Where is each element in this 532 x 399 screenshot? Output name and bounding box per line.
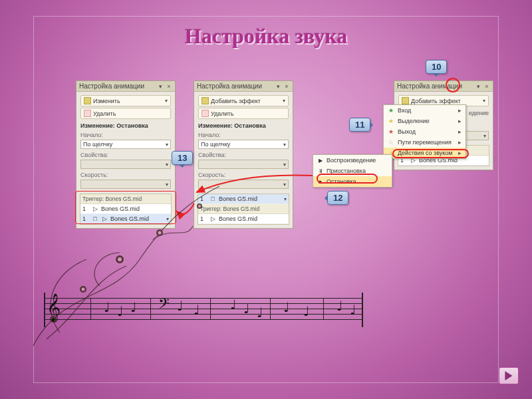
svg-point-0 bbox=[116, 255, 124, 263]
submenu-label: Воспроизведение bbox=[327, 157, 376, 164]
list-item[interactable]: 1 ▷ Bones GS.mid bbox=[198, 214, 289, 224]
note-icon: ♩ bbox=[303, 305, 309, 318]
note-icon: ♩ bbox=[194, 303, 200, 317]
speed-label: Скорость: bbox=[198, 172, 289, 178]
chevron-down-icon: ▾ bbox=[284, 196, 287, 202]
panel-header: Настройка анимации ▾ × bbox=[76, 81, 175, 92]
treble-clef-icon: 𝄞 bbox=[47, 295, 61, 319]
dropdown-icon[interactable]: ▾ bbox=[475, 83, 481, 90]
chevron-down-icon: ▾ bbox=[283, 142, 286, 148]
start-combo[interactable]: По щелчку ▾ bbox=[198, 140, 289, 149]
close-icon[interactable]: × bbox=[483, 83, 490, 90]
change-effect-button[interactable]: Изменить ▾ bbox=[80, 95, 171, 106]
menu-label: Пути перемещения bbox=[398, 139, 452, 146]
add-effect-button[interactable]: Добавить эффект ▾ bbox=[198, 95, 289, 106]
star-icon: ★ bbox=[388, 107, 394, 114]
delete-effect-label: Удалить bbox=[93, 110, 116, 117]
add-effect-label: Добавить эффект bbox=[211, 98, 261, 104]
menu-item-sound-actions[interactable]: ♪ Действия со звуком ▸ bbox=[384, 148, 466, 158]
change-section: Изменение: Остановка Начало: По щелчку ▾… bbox=[194, 120, 293, 191]
item-index: 1 bbox=[82, 205, 89, 212]
effects-list: 1 □ Bones GS.mid ▾ Триггер: Bones GS.mid… bbox=[198, 194, 289, 225]
props-label: Свойства: bbox=[80, 152, 171, 158]
list-item[interactable]: 1 □ ▷ Bones GS.mid ▾ bbox=[80, 214, 171, 224]
list-item[interactable]: 1 ▷ Bones GS.mid bbox=[80, 204, 171, 214]
delete-effect-button[interactable]: Удалить bbox=[198, 108, 289, 119]
delete-effect-button[interactable]: Удалить bbox=[80, 108, 171, 119]
props-combo: ▾ bbox=[80, 160, 171, 169]
effects-list: Триггер: Bones GS.mid 1 ▷ Bones GS.mid 1… bbox=[80, 194, 172, 225]
chevron-down-icon: ▾ bbox=[483, 98, 485, 104]
stop-icon: ■ bbox=[317, 179, 323, 185]
chevron-right-icon: ▸ bbox=[458, 118, 462, 124]
item-text: Bones GS.mid bbox=[101, 205, 140, 212]
close-icon[interactable]: × bbox=[166, 83, 172, 90]
submenu-item-pause[interactable]: ⏸ Приостановка bbox=[313, 166, 392, 176]
note-icon: ♩ bbox=[117, 305, 123, 318]
music-staff: 𝄞 𝄢 ♩ ♩ ♩ ♩ ♩ ♩ ♩ ♩ ♩ ♩ ♩ ♩ bbox=[44, 293, 363, 327]
chevron-down-icon: ▾ bbox=[283, 98, 285, 104]
dropdown-icon[interactable]: ▾ bbox=[275, 83, 281, 90]
menu-item-motion-paths[interactable]: ☆ Пути перемещения ▸ bbox=[384, 137, 466, 148]
callout-12: 12 bbox=[327, 191, 348, 205]
submenu-label: Остановка bbox=[327, 178, 356, 185]
play-icon: ▶ bbox=[317, 158, 323, 164]
trigger-group: Триггер: Bones GS.mid bbox=[198, 204, 289, 214]
effect-category-menu: ★ Вход ▸ ★ Выделение ▸ ★ Выход ▸ ☆ Пути … bbox=[383, 104, 466, 159]
panel-header: Настройка анимации ▾ × bbox=[394, 81, 493, 92]
menu-item-entrance[interactable]: ★ Вход ▸ bbox=[384, 105, 466, 116]
item-text: Bones GS.mid bbox=[219, 215, 257, 222]
chevron-right-icon: ▸ bbox=[458, 107, 462, 114]
change-section: Изменение: Остановка Начало: По щелчку ▾… bbox=[76, 120, 175, 191]
start-value: По щелчку bbox=[201, 141, 230, 148]
note-icon: ♩ bbox=[336, 299, 342, 313]
staff-lines bbox=[44, 293, 363, 327]
callout-11: 11 bbox=[349, 118, 370, 132]
note-icon: ♩ bbox=[177, 299, 183, 313]
menu-label: Действия со звуком bbox=[398, 150, 452, 156]
panel-title: Настройка анимации bbox=[197, 82, 262, 90]
panel-header: Настройка анимации ▾ × bbox=[194, 81, 293, 92]
close-icon[interactable]: × bbox=[283, 83, 290, 90]
chevron-down-icon: ▾ bbox=[166, 142, 168, 148]
svg-point-3 bbox=[82, 288, 85, 291]
menu-label: Выделение bbox=[398, 118, 430, 124]
bar-line bbox=[90, 298, 91, 320]
dropdown-icon[interactable]: ▾ bbox=[157, 83, 164, 90]
note-icon: ♩ bbox=[350, 303, 356, 317]
props-label: Свойства: bbox=[198, 152, 289, 158]
bar-line bbox=[210, 298, 211, 320]
next-slide-button[interactable] bbox=[499, 367, 519, 384]
chevron-right-icon: ▸ bbox=[458, 150, 462, 156]
sound-actions-submenu: ▶ Воспроизведение ⏸ Приостановка ■ Остан… bbox=[313, 154, 392, 188]
menu-item-exit[interactable]: ★ Выход ▸ bbox=[384, 126, 466, 137]
stop-icon: □ bbox=[92, 215, 98, 222]
play-icon bbox=[504, 371, 513, 380]
chevron-down-icon: ▾ bbox=[165, 98, 168, 104]
svg-point-1 bbox=[118, 257, 122, 261]
trigger-group: Триггер: Bones GS.mid bbox=[80, 194, 171, 204]
props-combo: ▾ bbox=[198, 160, 289, 169]
bar-line bbox=[150, 298, 151, 320]
item-index: 1 bbox=[82, 215, 89, 222]
note-icon: ♩ bbox=[230, 298, 236, 311]
bar-line bbox=[323, 298, 324, 320]
submenu-item-play[interactable]: ▶ Воспроизведение bbox=[313, 155, 392, 166]
list-item[interactable]: 1 □ Bones GS.mid ▾ bbox=[198, 194, 289, 204]
note-icon: ♩ bbox=[104, 301, 110, 314]
change-section-title: Изменение: Остановка bbox=[80, 122, 148, 129]
start-label: Начало: bbox=[80, 132, 171, 138]
panel-title: Настройка анимации bbox=[79, 82, 144, 90]
start-combo[interactable]: По щелчку ▾ bbox=[80, 140, 171, 149]
svg-point-2 bbox=[80, 286, 86, 293]
submenu-item-stop[interactable]: ■ Остановка bbox=[313, 176, 392, 187]
chevron-down-icon: ▾ bbox=[166, 216, 169, 222]
speed-combo: ▾ bbox=[198, 180, 289, 189]
menu-item-emphasis[interactable]: ★ Выделение ▸ bbox=[384, 116, 466, 126]
callout-10: 10 bbox=[426, 60, 447, 74]
add-effect-label: Добавить эффект bbox=[411, 98, 461, 104]
anim-panel-1: Настройка анимации ▾ × Изменить ▾ Удалит… bbox=[76, 80, 176, 229]
callout-13: 13 bbox=[172, 151, 193, 165]
anim-panel-2: Настройка анимации ▾ × Добавить эффект ▾… bbox=[194, 80, 293, 229]
submenu-label: Приостановка bbox=[327, 168, 366, 174]
